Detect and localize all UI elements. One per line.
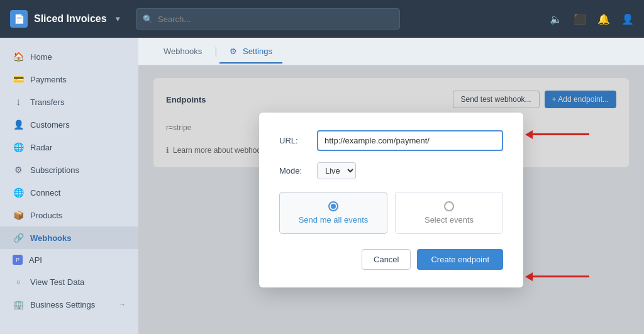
search-box: 🔍 xyxy=(136,8,400,30)
content-area: Webhooks | ⚙ Settings Endpoints Send tes… xyxy=(138,38,644,334)
sidebar-item-connect[interactable]: 🌐 Connect xyxy=(0,181,138,204)
arrow-create-annotation xyxy=(525,272,589,281)
tab-settings[interactable]: ⚙ Settings xyxy=(219,40,282,64)
home-icon: 🏠 xyxy=(13,51,24,62)
user-icon[interactable]: 👤 xyxy=(621,13,634,25)
radar-icon: 🌐 xyxy=(13,142,24,153)
subscriptions-icon: ⚙ xyxy=(13,164,24,175)
arrow-url-head xyxy=(525,130,533,139)
modal-overlay: URL: Mode: Live Test xyxy=(138,65,644,334)
sidebar-item-label: View Test Data xyxy=(30,277,84,287)
cancel-button[interactable]: Cancel xyxy=(362,249,411,270)
sidebar-item-label: Products xyxy=(30,211,62,220)
tab-settings-label: Settings xyxy=(243,47,272,56)
mode-label: Mode: xyxy=(279,166,317,175)
tab-divider: | xyxy=(214,46,217,57)
sidebar-item-label: Customers xyxy=(30,120,70,130)
modal-footer: Cancel Create endpoint xyxy=(279,249,503,270)
gear-icon: ⚙ xyxy=(230,47,237,56)
radio-all-events[interactable]: Send me all events xyxy=(279,192,387,234)
sidebar-item-view-test-data[interactable]: ○ View Test Data xyxy=(0,270,138,293)
sidebar-item-products[interactable]: 📦 Products xyxy=(0,204,138,226)
sidebar-item-label: Subscriptions xyxy=(30,165,79,175)
bell-icon[interactable]: 🔔 xyxy=(597,13,610,25)
search-icon: 🔍 xyxy=(143,14,153,24)
layers-icon[interactable]: ⬛ xyxy=(574,13,586,25)
sidebar-item-label: Home xyxy=(30,52,52,62)
add-endpoint-modal: URL: Mode: Live Test xyxy=(259,113,523,287)
url-input[interactable] xyxy=(317,130,503,151)
sidebar-item-label: Business Settings xyxy=(30,300,95,309)
connect-icon: 🌐 xyxy=(13,187,24,198)
sidebar-item-api[interactable]: P API xyxy=(0,249,138,270)
sidebar-item-transfers[interactable]: ↓ Transfers xyxy=(0,91,138,113)
radio-select-events-dot xyxy=(444,201,454,211)
webhooks-icon: 🔗 xyxy=(13,232,24,243)
sidebar-item-radar[interactable]: 🌐 Radar xyxy=(0,136,138,159)
radio-select-events[interactable]: Select events xyxy=(395,192,503,234)
mode-select[interactable]: Live Test xyxy=(317,162,356,179)
products-icon: 📦 xyxy=(13,209,24,221)
content-body: Endpoints Send test webhook... + Add end… xyxy=(138,65,644,334)
tab-webhooks-label: Webhooks xyxy=(164,47,202,56)
radio-group: Send me all events Select events xyxy=(279,192,503,234)
sidebar-item-subscriptions[interactable]: ⚙ Subscriptions xyxy=(0,159,138,181)
api-icon: P xyxy=(13,255,23,265)
url-label: URL: xyxy=(279,136,317,145)
create-endpoint-button[interactable]: Create endpoint xyxy=(417,249,503,270)
arrow-url-line xyxy=(533,133,589,135)
business-settings-icon: 🏢 xyxy=(13,299,24,310)
tab-webhooks[interactable]: Webhooks xyxy=(153,40,212,64)
tabs-bar: Webhooks | ⚙ Settings xyxy=(138,38,644,65)
test-data-icon: ○ xyxy=(13,276,24,287)
radio-select-events-label: Select events xyxy=(425,215,474,225)
sidebar-item-label: Webhooks xyxy=(30,233,72,243)
url-field-row: URL: xyxy=(279,130,503,151)
mode-field-row: Mode: Live Test xyxy=(279,162,503,179)
brand: 📄 Sliced Invoices ▾ xyxy=(10,10,136,28)
arrow-create-line xyxy=(533,276,589,277)
topbar: 📄 Sliced Invoices ▾ 🔍 🔈 ⬛ 🔔 👤 xyxy=(0,0,644,38)
radio-all-events-label: Send me all events xyxy=(299,215,369,225)
volume-icon[interactable]: 🔈 xyxy=(550,13,562,25)
customers-icon: 👤 xyxy=(13,119,24,130)
arrow-create-head xyxy=(525,272,533,281)
payments-icon: 💳 xyxy=(13,74,24,85)
main-layout: 🏠 Home 💳 Payments ↓ Transfers 👤 Customer… xyxy=(0,38,644,334)
sidebar-item-label: Payments xyxy=(30,75,67,84)
sidebar-item-customers[interactable]: 👤 Customers xyxy=(0,113,138,136)
sidebar-item-home[interactable]: 🏠 Home xyxy=(0,45,138,68)
brand-name: Sliced Invoices xyxy=(34,13,107,25)
search-input[interactable] xyxy=(158,14,393,24)
radio-all-events-dot xyxy=(328,201,338,211)
arrow-icon: → xyxy=(119,301,126,308)
brand-chevron-icon[interactable]: ▾ xyxy=(116,14,119,23)
sidebar-item-label: Connect xyxy=(30,188,60,198)
brand-icon: 📄 xyxy=(10,10,28,28)
topbar-icons: 🔈 ⬛ 🔔 👤 xyxy=(550,13,634,25)
sidebar-item-business-settings[interactable]: 🏢 Business Settings → xyxy=(0,293,138,316)
arrow-url-annotation xyxy=(525,130,589,139)
sidebar-item-payments[interactable]: 💳 Payments xyxy=(0,68,138,91)
sidebar-item-label: Radar xyxy=(30,143,52,152)
sidebar: 🏠 Home 💳 Payments ↓ Transfers 👤 Customer… xyxy=(0,38,138,334)
transfers-icon: ↓ xyxy=(13,96,24,108)
sidebar-item-webhooks[interactable]: 🔗 Webhooks xyxy=(0,226,138,249)
sidebar-item-label: Transfers xyxy=(30,97,64,107)
sidebar-item-label: API xyxy=(29,255,42,265)
